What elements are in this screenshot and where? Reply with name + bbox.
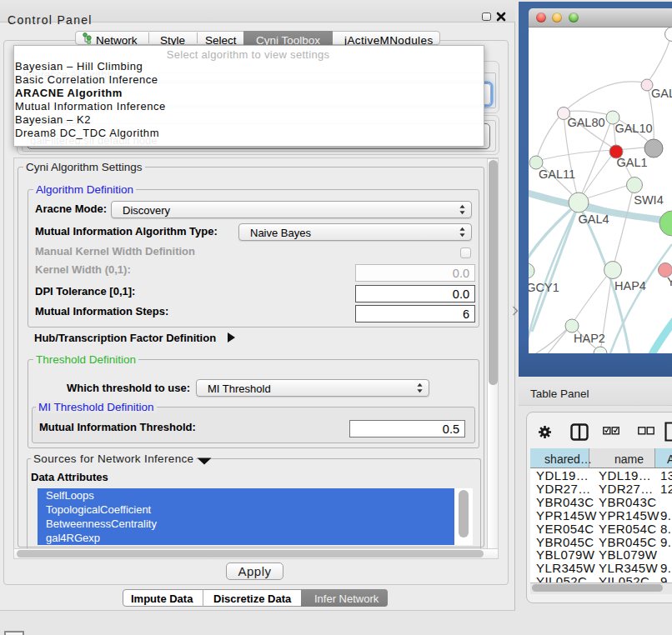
svg-text:HAP2: HAP2 [574,332,605,345]
svg-text:GAL4: GAL4 [578,212,609,226]
svg-text:Y: Y [667,275,672,288]
svg-text:GAL11: GAL11 [539,168,575,181]
svg-text:GAL1: GAL1 [616,156,647,169]
svg-text:GAL7: GAL7 [651,87,672,100]
svg-text:GCY1: GCY1 [529,281,559,294]
svg-text:SWI4: SWI4 [634,193,663,207]
svg-text:GAL80: GAL80 [567,116,604,129]
svg-text:HAP4: HAP4 [614,279,646,292]
svg-text:GAL10: GAL10 [614,122,652,135]
